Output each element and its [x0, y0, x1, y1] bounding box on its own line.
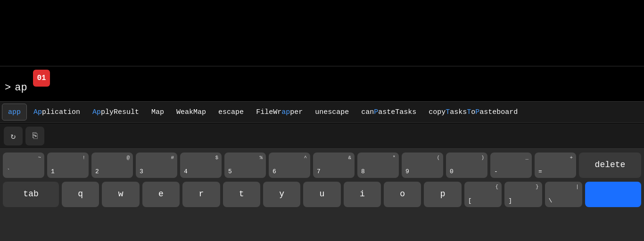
autocomplete-text: WeakMap	[176, 108, 206, 116]
autocomplete-item-applyresult[interactable]: ApplyResult	[87, 104, 145, 120]
key-top-label: )	[481, 155, 484, 161]
key-bottom-label: 9	[405, 168, 409, 176]
autocomplete-item-filewrapper[interactable]: FileWrapper	[250, 104, 308, 120]
key-bottom-label: \	[549, 197, 553, 205]
key-bottom-label: =	[538, 168, 542, 176]
key-tab[interactable]: tab	[3, 182, 59, 207]
autocomplete-item-copytaskstopasteboard[interactable]: copyTasksToPasteboard	[423, 104, 523, 120]
key-5[interactable]: % 5	[224, 153, 266, 178]
toolbar-bar: ↻ ⎘	[0, 123, 644, 149]
paste-button[interactable]: ⎘	[25, 127, 44, 145]
keyboard-row-2: tab q w e r t y u i o p { [ } ] | \	[3, 182, 641, 207]
key-top-label: }	[536, 184, 539, 190]
key-y[interactable]: y	[263, 182, 300, 207]
terminal-top-area	[0, 0, 644, 66]
key-bottom-label: 5	[228, 168, 232, 176]
key-top-label: ^	[304, 155, 307, 161]
key-top-label: @	[126, 155, 130, 161]
key-bottom-label: 2	[95, 168, 99, 176]
key-u[interactable]: u	[303, 182, 340, 207]
key-label: o	[400, 189, 405, 200]
autocomplete-item-unescape[interactable]: unescape	[309, 104, 355, 120]
autocomplete-text: T	[446, 108, 450, 116]
autocomplete-bar: app Application ApplyResult Map WeakMap …	[0, 101, 644, 123]
key-return[interactable]	[585, 182, 641, 207]
autocomplete-text: asteboard	[479, 108, 518, 116]
redo-button[interactable]: ↻	[4, 127, 23, 145]
key-w[interactable]: w	[102, 182, 139, 207]
key-q[interactable]: q	[62, 182, 99, 207]
key-equals[interactable]: + =	[535, 153, 576, 178]
key-bracket-close[interactable]: } ]	[504, 182, 542, 207]
key-0[interactable]: ) 0	[446, 153, 487, 178]
key-bottom-label: 7	[317, 168, 321, 176]
autocomplete-text: copy	[429, 108, 446, 116]
key-top-label: !	[82, 155, 85, 161]
key-6[interactable]: ^ 6	[269, 153, 310, 178]
autocomplete-item-escape[interactable]: escape	[213, 104, 249, 120]
key-o[interactable]: o	[384, 182, 421, 207]
key-top-label: ~	[38, 155, 41, 161]
autocomplete-text: T	[467, 108, 471, 116]
key-label: i	[360, 189, 365, 200]
autocomplete-text: Map	[151, 108, 164, 116]
key-3[interactable]: # 3	[136, 153, 177, 178]
key-4[interactable]: $ 4	[180, 153, 222, 178]
autocomplete-item-application[interactable]: Application	[28, 104, 86, 120]
key-e[interactable]: e	[142, 182, 180, 207]
autocomplete-text: P	[475, 108, 479, 116]
key-tilde-backtick[interactable]: ~ `	[3, 153, 44, 178]
key-top-label: $	[215, 155, 218, 161]
key-bracket-open[interactable]: { [	[464, 182, 502, 207]
key-bottom-label: 4	[184, 168, 188, 176]
key-label: u	[320, 189, 325, 200]
key-bottom-label: 8	[361, 168, 365, 176]
key-i[interactable]: i	[344, 182, 381, 207]
key-label: p	[440, 189, 446, 200]
key-top-label: {	[495, 184, 499, 190]
key-t[interactable]: t	[223, 182, 260, 207]
key-bottom-label: 6	[272, 168, 276, 176]
key-label: delete	[595, 160, 626, 170]
autocomplete-text: per	[290, 108, 303, 116]
autocomplete-item-weakmap[interactable]: WeakMap	[171, 104, 212, 120]
key-2[interactable]: @ 2	[91, 153, 133, 178]
key-label: w	[118, 189, 124, 200]
key-bottom-label: ]	[508, 197, 512, 205]
autocomplete-text: P	[374, 108, 378, 116]
key-label: tab	[23, 189, 38, 200]
autocomplete-text: app	[8, 108, 21, 116]
key-p[interactable]: p	[424, 182, 461, 207]
autocomplete-text: asks	[450, 108, 467, 116]
key-8[interactable]: * 8	[357, 153, 399, 178]
key-top-label: _	[525, 155, 528, 161]
autocomplete-item-canpastetasks[interactable]: canPasteTasks	[355, 104, 422, 120]
key-minus[interactable]: _ -	[490, 153, 532, 178]
key-1[interactable]: ! 1	[47, 153, 89, 178]
key-delete[interactable]: delete	[579, 153, 641, 178]
autocomplete-item-map[interactable]: Map	[146, 104, 170, 120]
key-label: q	[78, 189, 83, 200]
autocomplete-text: escape	[218, 108, 244, 116]
key-7[interactable]: & 7	[313, 153, 355, 178]
key-backslash[interactable]: | \	[545, 182, 582, 207]
divider	[0, 66, 644, 66]
key-bottom-label: 0	[450, 168, 454, 176]
prompt-line: > ap	[5, 82, 27, 94]
key-top-label: |	[576, 184, 579, 190]
autocomplete-text: ap	[281, 108, 290, 116]
keyboard-row-1: ~ ` ! 1 @ 2 # 3 $ 4 % 5 ^ 6 & 7	[3, 153, 641, 178]
prompt-text: ap	[15, 82, 27, 94]
autocomplete-text: Ap	[92, 108, 101, 116]
key-label: r	[198, 189, 204, 200]
key-bottom-label: -	[494, 168, 498, 176]
autocomplete-text: plyResult	[101, 108, 139, 116]
key-9[interactable]: ( 9	[402, 153, 443, 178]
prompt-caret: >	[5, 82, 11, 94]
key-top-label: *	[392, 155, 396, 161]
autocomplete-item-app[interactable]: app	[2, 104, 27, 120]
key-label: e	[158, 189, 164, 200]
autocomplete-text: o	[471, 108, 475, 116]
key-r[interactable]: r	[182, 182, 220, 207]
keyboard-area: ~ ` ! 1 @ 2 # 3 $ 4 % 5 ^ 6 & 7	[0, 149, 644, 241]
